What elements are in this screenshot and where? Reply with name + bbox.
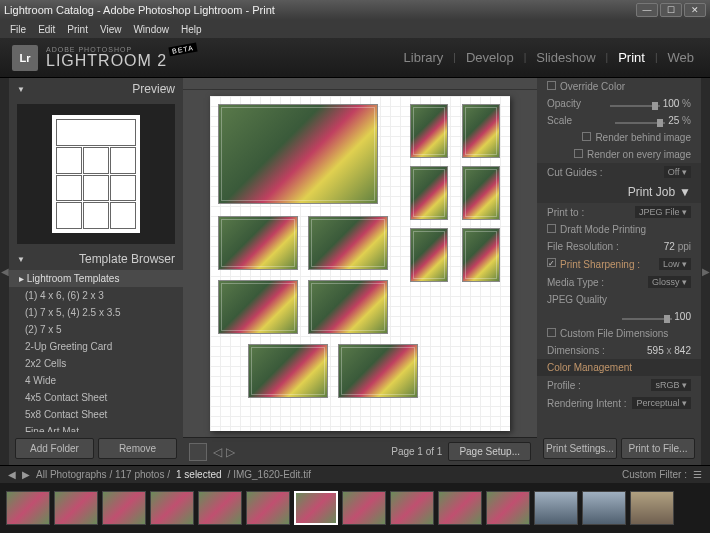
photo-cell[interactable]	[462, 228, 500, 282]
photo-cell[interactable]	[410, 228, 448, 282]
override-color-checkbox[interactable]	[547, 81, 556, 90]
maximize-button[interactable]: ☐	[660, 3, 682, 17]
template-item[interactable]: 5x8 Contact Sheet	[9, 406, 183, 423]
left-panel-toggle[interactable]: ◀	[0, 78, 9, 465]
module-print[interactable]: Print	[614, 50, 649, 65]
thumbnail-selected[interactable]	[294, 491, 338, 525]
module-slideshow[interactable]: Slideshow	[532, 50, 599, 65]
photo-cell[interactable]	[308, 280, 388, 334]
template-item[interactable]: 4 Wide	[9, 372, 183, 389]
print-job-header[interactable]: Print Job▼	[537, 181, 701, 203]
print-page[interactable]	[210, 96, 510, 431]
thumbnail[interactable]	[342, 491, 386, 525]
menu-view[interactable]: View	[96, 24, 126, 35]
window-controls: — ☐ ✕	[636, 3, 706, 17]
next-page-icon[interactable]: ▷	[226, 445, 235, 459]
logo: Lr ADOBE PHOTOSHOP LIGHTROOM 2BETA	[12, 45, 167, 71]
preview-header[interactable]: ▼Preview	[9, 78, 183, 100]
center-toolbar: ◁ ▷ Page 1 of 1 Page Setup...	[183, 437, 537, 465]
layout-icon[interactable]	[189, 443, 207, 461]
thumbnail[interactable]	[486, 491, 530, 525]
titlebar: Lightroom Catalog - Adobe Photoshop Ligh…	[0, 0, 710, 20]
intent-dropdown[interactable]: Perceptual ▾	[632, 397, 691, 409]
cut-guides-dropdown[interactable]: Off ▾	[664, 166, 691, 178]
template-item[interactable]: 2x2 Cells	[9, 355, 183, 372]
right-panel-toggle[interactable]: ▶	[701, 78, 710, 465]
template-category[interactable]: ▸ Lightroom Templates	[9, 270, 183, 287]
beta-badge: BETA	[169, 43, 198, 57]
thumbnail[interactable]	[6, 491, 50, 525]
menu-file[interactable]: File	[6, 24, 30, 35]
photo-cell[interactable]	[218, 280, 298, 334]
module-library[interactable]: Library	[400, 50, 448, 65]
thumbnail[interactable]	[246, 491, 290, 525]
photo-cell[interactable]	[462, 104, 500, 158]
remove-button[interactable]: Remove	[98, 438, 177, 459]
custom-dim-checkbox[interactable]	[547, 328, 556, 337]
filter-icon[interactable]: ☰	[693, 469, 702, 480]
prev-page-icon[interactable]: ◁	[213, 445, 222, 459]
sharpen-dropdown[interactable]: Low ▾	[659, 258, 691, 270]
thumbnail[interactable]	[102, 491, 146, 525]
thumbnail[interactable]	[150, 491, 194, 525]
jpeg-quality-slider[interactable]	[622, 318, 672, 320]
photo-cell[interactable]	[462, 166, 500, 220]
window-title: Lightroom Catalog - Adobe Photoshop Ligh…	[4, 4, 275, 16]
photo-cell[interactable]	[248, 344, 328, 398]
template-item[interactable]: Fine Art Mat	[9, 423, 183, 432]
template-item[interactable]: 4x5 Contact Sheet	[9, 389, 183, 406]
template-browser-header[interactable]: ▼Template Browser	[9, 248, 183, 270]
photo-cell[interactable]	[410, 166, 448, 220]
custom-filter-label[interactable]: Custom Filter :	[622, 469, 687, 480]
photo-cell[interactable]	[218, 104, 378, 204]
ruler-top	[183, 78, 537, 90]
print-to-dropdown[interactable]: JPEG File ▾	[635, 206, 691, 218]
render-behind-checkbox[interactable]	[582, 132, 591, 141]
nav-fwd-icon[interactable]: ▶	[22, 469, 30, 480]
module-web[interactable]: Web	[664, 50, 699, 65]
thumbnail[interactable]	[582, 491, 626, 525]
thumbnail[interactable]	[534, 491, 578, 525]
add-folder-button[interactable]: Add Folder	[15, 438, 94, 459]
print-to-file-button[interactable]: Print to File...	[621, 438, 695, 459]
close-button[interactable]: ✕	[684, 3, 706, 17]
menu-window[interactable]: Window	[129, 24, 173, 35]
thumbnail[interactable]	[390, 491, 434, 525]
minimize-button[interactable]: —	[636, 3, 658, 17]
module-develop[interactable]: Develop	[462, 50, 518, 65]
render-every-checkbox[interactable]	[574, 149, 583, 158]
template-item[interactable]: (1) 4 x 6, (6) 2 x 3	[9, 287, 183, 304]
thumbnail[interactable]	[54, 491, 98, 525]
scale-slider[interactable]	[615, 122, 665, 124]
photo-cell[interactable]	[338, 344, 418, 398]
nav-back-icon[interactable]: ◀	[8, 469, 16, 480]
thumbnail[interactable]	[630, 491, 674, 525]
profile-dropdown[interactable]: sRGB ▾	[651, 379, 691, 391]
photo-cell[interactable]	[218, 216, 298, 270]
selection-count: 1 selected	[176, 469, 222, 480]
photo-cell[interactable]	[308, 216, 388, 270]
center-area: ◁ ▷ Page 1 of 1 Page Setup...	[183, 78, 537, 465]
filmstrip[interactable]	[0, 483, 710, 533]
breadcrumb[interactable]: All Photographs / 117 photos /	[36, 469, 170, 480]
menu-edit[interactable]: Edit	[34, 24, 59, 35]
template-item[interactable]: 2-Up Greeting Card	[9, 338, 183, 355]
media-dropdown[interactable]: Glossy ▾	[648, 276, 691, 288]
draft-mode-checkbox[interactable]	[547, 224, 556, 233]
page-indicator: Page 1 of 1	[391, 446, 442, 457]
menu-print[interactable]: Print	[63, 24, 92, 35]
menu-help[interactable]: Help	[177, 24, 206, 35]
menubar: File Edit Print View Window Help	[0, 20, 710, 38]
template-item[interactable]: (2) 7 x 5	[9, 321, 183, 338]
thumbnail[interactable]	[438, 491, 482, 525]
photo-cell[interactable]	[410, 104, 448, 158]
right-panel: Override Color Opacity 100 % Scale 25 % …	[537, 78, 701, 465]
opacity-slider[interactable]	[610, 105, 660, 107]
template-item[interactable]: (1) 7 x 5, (4) 2.5 x 3.5	[9, 304, 183, 321]
page-setup-button[interactable]: Page Setup...	[448, 442, 531, 461]
sharpen-checkbox[interactable]	[547, 258, 556, 267]
template-preview	[17, 104, 175, 244]
print-settings-button[interactable]: Print Settings...	[543, 438, 617, 459]
print-canvas[interactable]	[183, 90, 537, 437]
thumbnail[interactable]	[198, 491, 242, 525]
